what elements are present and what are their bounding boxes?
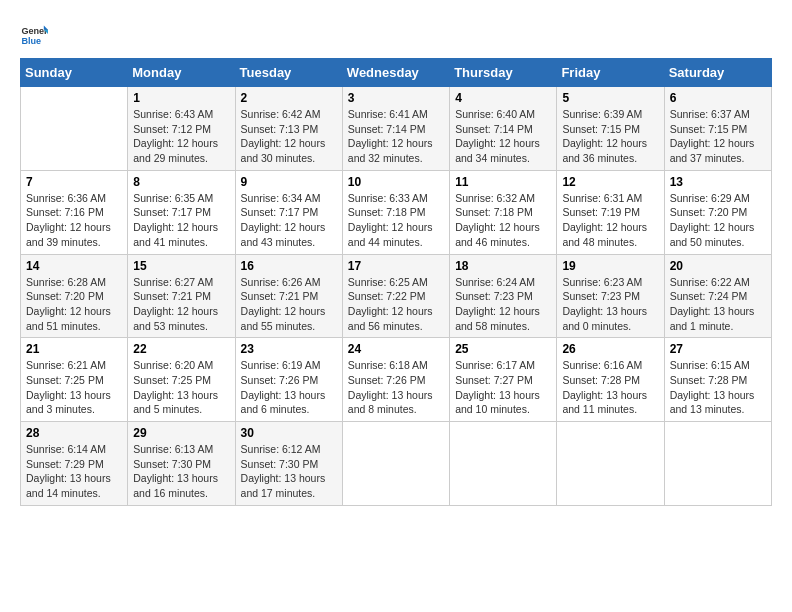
day-number: 23 xyxy=(241,342,337,356)
day-number: 29 xyxy=(133,426,229,440)
day-number: 15 xyxy=(133,259,229,273)
calendar-table: SundayMondayTuesdayWednesdayThursdayFrid… xyxy=(20,58,772,506)
day-info: Sunrise: 6:22 AMSunset: 7:24 PMDaylight:… xyxy=(670,275,766,334)
calendar-cell: 29Sunrise: 6:13 AMSunset: 7:30 PMDayligh… xyxy=(128,422,235,506)
calendar-cell: 14Sunrise: 6:28 AMSunset: 7:20 PMDayligh… xyxy=(21,254,128,338)
day-number: 22 xyxy=(133,342,229,356)
calendar-cell: 9Sunrise: 6:34 AMSunset: 7:17 PMDaylight… xyxy=(235,170,342,254)
calendar-cell: 6Sunrise: 6:37 AMSunset: 7:15 PMDaylight… xyxy=(664,87,771,171)
calendar-cell: 1Sunrise: 6:43 AMSunset: 7:12 PMDaylight… xyxy=(128,87,235,171)
day-number: 1 xyxy=(133,91,229,105)
day-number: 9 xyxy=(241,175,337,189)
calendar-cell: 11Sunrise: 6:32 AMSunset: 7:18 PMDayligh… xyxy=(450,170,557,254)
calendar-cell xyxy=(450,422,557,506)
day-number: 25 xyxy=(455,342,551,356)
calendar-cell: 22Sunrise: 6:20 AMSunset: 7:25 PMDayligh… xyxy=(128,338,235,422)
col-header-wednesday: Wednesday xyxy=(342,59,449,87)
day-info: Sunrise: 6:33 AMSunset: 7:18 PMDaylight:… xyxy=(348,191,444,250)
day-info: Sunrise: 6:36 AMSunset: 7:16 PMDaylight:… xyxy=(26,191,122,250)
svg-text:Blue: Blue xyxy=(21,36,41,46)
calendar-cell: 24Sunrise: 6:18 AMSunset: 7:26 PMDayligh… xyxy=(342,338,449,422)
day-number: 30 xyxy=(241,426,337,440)
calendar-cell: 12Sunrise: 6:31 AMSunset: 7:19 PMDayligh… xyxy=(557,170,664,254)
week-row-1: 1Sunrise: 6:43 AMSunset: 7:12 PMDaylight… xyxy=(21,87,772,171)
day-number: 19 xyxy=(562,259,658,273)
day-info: Sunrise: 6:25 AMSunset: 7:22 PMDaylight:… xyxy=(348,275,444,334)
calendar-cell: 18Sunrise: 6:24 AMSunset: 7:23 PMDayligh… xyxy=(450,254,557,338)
day-number: 7 xyxy=(26,175,122,189)
week-row-5: 28Sunrise: 6:14 AMSunset: 7:29 PMDayligh… xyxy=(21,422,772,506)
day-info: Sunrise: 6:31 AMSunset: 7:19 PMDaylight:… xyxy=(562,191,658,250)
col-header-saturday: Saturday xyxy=(664,59,771,87)
day-info: Sunrise: 6:21 AMSunset: 7:25 PMDaylight:… xyxy=(26,358,122,417)
day-info: Sunrise: 6:20 AMSunset: 7:25 PMDaylight:… xyxy=(133,358,229,417)
day-info: Sunrise: 6:40 AMSunset: 7:14 PMDaylight:… xyxy=(455,107,551,166)
calendar-cell: 30Sunrise: 6:12 AMSunset: 7:30 PMDayligh… xyxy=(235,422,342,506)
day-info: Sunrise: 6:32 AMSunset: 7:18 PMDaylight:… xyxy=(455,191,551,250)
week-row-2: 7Sunrise: 6:36 AMSunset: 7:16 PMDaylight… xyxy=(21,170,772,254)
day-number: 3 xyxy=(348,91,444,105)
calendar-cell: 26Sunrise: 6:16 AMSunset: 7:28 PMDayligh… xyxy=(557,338,664,422)
day-info: Sunrise: 6:27 AMSunset: 7:21 PMDaylight:… xyxy=(133,275,229,334)
day-number: 14 xyxy=(26,259,122,273)
day-info: Sunrise: 6:14 AMSunset: 7:29 PMDaylight:… xyxy=(26,442,122,501)
week-row-4: 21Sunrise: 6:21 AMSunset: 7:25 PMDayligh… xyxy=(21,338,772,422)
day-number: 2 xyxy=(241,91,337,105)
calendar-cell: 27Sunrise: 6:15 AMSunset: 7:28 PMDayligh… xyxy=(664,338,771,422)
day-info: Sunrise: 6:17 AMSunset: 7:27 PMDaylight:… xyxy=(455,358,551,417)
day-info: Sunrise: 6:28 AMSunset: 7:20 PMDaylight:… xyxy=(26,275,122,334)
calendar-cell xyxy=(664,422,771,506)
day-number: 6 xyxy=(670,91,766,105)
header: General Blue xyxy=(20,20,772,48)
col-header-tuesday: Tuesday xyxy=(235,59,342,87)
calendar-cell: 5Sunrise: 6:39 AMSunset: 7:15 PMDaylight… xyxy=(557,87,664,171)
calendar-cell: 16Sunrise: 6:26 AMSunset: 7:21 PMDayligh… xyxy=(235,254,342,338)
day-info: Sunrise: 6:43 AMSunset: 7:12 PMDaylight:… xyxy=(133,107,229,166)
calendar-cell: 28Sunrise: 6:14 AMSunset: 7:29 PMDayligh… xyxy=(21,422,128,506)
day-number: 26 xyxy=(562,342,658,356)
col-header-monday: Monday xyxy=(128,59,235,87)
day-info: Sunrise: 6:16 AMSunset: 7:28 PMDaylight:… xyxy=(562,358,658,417)
logo: General Blue xyxy=(20,20,52,48)
day-info: Sunrise: 6:42 AMSunset: 7:13 PMDaylight:… xyxy=(241,107,337,166)
calendar-cell: 2Sunrise: 6:42 AMSunset: 7:13 PMDaylight… xyxy=(235,87,342,171)
day-info: Sunrise: 6:12 AMSunset: 7:30 PMDaylight:… xyxy=(241,442,337,501)
day-number: 21 xyxy=(26,342,122,356)
calendar-cell: 13Sunrise: 6:29 AMSunset: 7:20 PMDayligh… xyxy=(664,170,771,254)
day-info: Sunrise: 6:24 AMSunset: 7:23 PMDaylight:… xyxy=(455,275,551,334)
day-number: 4 xyxy=(455,91,551,105)
day-number: 17 xyxy=(348,259,444,273)
col-header-sunday: Sunday xyxy=(21,59,128,87)
day-info: Sunrise: 6:26 AMSunset: 7:21 PMDaylight:… xyxy=(241,275,337,334)
day-number: 28 xyxy=(26,426,122,440)
day-number: 5 xyxy=(562,91,658,105)
logo-icon: General Blue xyxy=(20,20,48,48)
calendar-cell: 4Sunrise: 6:40 AMSunset: 7:14 PMDaylight… xyxy=(450,87,557,171)
day-info: Sunrise: 6:41 AMSunset: 7:14 PMDaylight:… xyxy=(348,107,444,166)
calendar-cell: 21Sunrise: 6:21 AMSunset: 7:25 PMDayligh… xyxy=(21,338,128,422)
day-info: Sunrise: 6:39 AMSunset: 7:15 PMDaylight:… xyxy=(562,107,658,166)
calendar-cell: 17Sunrise: 6:25 AMSunset: 7:22 PMDayligh… xyxy=(342,254,449,338)
calendar-cell: 8Sunrise: 6:35 AMSunset: 7:17 PMDaylight… xyxy=(128,170,235,254)
calendar-cell: 20Sunrise: 6:22 AMSunset: 7:24 PMDayligh… xyxy=(664,254,771,338)
calendar-cell: 10Sunrise: 6:33 AMSunset: 7:18 PMDayligh… xyxy=(342,170,449,254)
calendar-cell: 19Sunrise: 6:23 AMSunset: 7:23 PMDayligh… xyxy=(557,254,664,338)
day-number: 12 xyxy=(562,175,658,189)
day-info: Sunrise: 6:19 AMSunset: 7:26 PMDaylight:… xyxy=(241,358,337,417)
day-number: 27 xyxy=(670,342,766,356)
day-number: 11 xyxy=(455,175,551,189)
day-info: Sunrise: 6:18 AMSunset: 7:26 PMDaylight:… xyxy=(348,358,444,417)
day-number: 10 xyxy=(348,175,444,189)
day-number: 18 xyxy=(455,259,551,273)
calendar-cell: 25Sunrise: 6:17 AMSunset: 7:27 PMDayligh… xyxy=(450,338,557,422)
calendar-cell xyxy=(342,422,449,506)
day-number: 24 xyxy=(348,342,444,356)
day-info: Sunrise: 6:15 AMSunset: 7:28 PMDaylight:… xyxy=(670,358,766,417)
day-info: Sunrise: 6:13 AMSunset: 7:30 PMDaylight:… xyxy=(133,442,229,501)
col-header-friday: Friday xyxy=(557,59,664,87)
calendar-cell xyxy=(21,87,128,171)
day-info: Sunrise: 6:29 AMSunset: 7:20 PMDaylight:… xyxy=(670,191,766,250)
day-number: 13 xyxy=(670,175,766,189)
calendar-header-row: SundayMondayTuesdayWednesdayThursdayFrid… xyxy=(21,59,772,87)
day-info: Sunrise: 6:23 AMSunset: 7:23 PMDaylight:… xyxy=(562,275,658,334)
